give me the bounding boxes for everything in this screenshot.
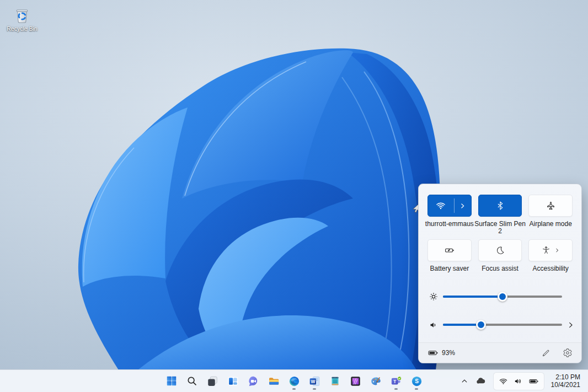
brightness-slider-fill: [443, 296, 503, 298]
bluetooth-tile[interactable]: [478, 195, 522, 217]
settings-gear-icon[interactable]: [563, 348, 573, 358]
svg-text:S: S: [415, 378, 419, 384]
moon-icon: [495, 245, 505, 255]
bluetooth-icon: [495, 201, 505, 211]
battery-icon: [427, 347, 439, 358]
brightness-slider-thumb[interactable]: [498, 292, 507, 302]
battery-percent-label: 93%: [442, 349, 455, 357]
running-indicator: [292, 388, 296, 390]
svg-text:T: T: [393, 379, 396, 384]
chat-button[interactable]: [244, 372, 263, 390]
task-view-button[interactable]: [203, 372, 222, 390]
focus-assist-tile-label: Focus assist: [473, 265, 527, 280]
speaker-icon: [514, 377, 523, 386]
teams-button[interactable]: T: [387, 372, 405, 390]
volume-icon: [427, 320, 440, 330]
battery-icon: [528, 376, 539, 386]
taskbar-app-icons: W: [162, 370, 426, 392]
taskbar: W: [0, 369, 588, 392]
search-button[interactable]: [183, 372, 201, 390]
brightness-icon: [427, 291, 440, 302]
recycle-bin[interactable]: Recycle Bin: [2, 4, 42, 32]
wifi-icon: [428, 200, 454, 211]
running-indicator: [415, 388, 418, 390]
word-button[interactable]: W: [305, 372, 324, 390]
svg-text:W: W: [311, 379, 315, 384]
recycle-bin-icon: [12, 4, 32, 24]
running-indicator: [394, 388, 398, 390]
accessibility-tile-label: Accessibility: [523, 265, 578, 280]
volume-slider[interactable]: [443, 324, 562, 326]
quick-settings-tile-grid: thurrott-emmaus Surface Slim Pen 2: [419, 184, 581, 280]
widgets-button[interactable]: [223, 372, 242, 390]
quick-settings-footer: 93%: [419, 342, 581, 363]
affinity-photo-button[interactable]: [346, 372, 365, 390]
wifi-expand-chevron[interactable]: [455, 202, 471, 210]
focus-assist-tile[interactable]: [478, 239, 522, 261]
edit-pencil-icon[interactable]: [541, 348, 550, 358]
tray-date: 10/4/2021: [551, 381, 580, 389]
battery-status[interactable]: 93%: [427, 347, 455, 358]
clock[interactable]: 2:10 PM 10/4/2021: [551, 373, 580, 389]
accessibility-expand-chevron: [554, 248, 560, 253]
recycle-bin-label: Recycle Bin: [7, 25, 37, 32]
brightness-row: [427, 288, 573, 305]
notepad-button[interactable]: [325, 372, 344, 390]
tray-time: 2:10 PM: [555, 373, 580, 381]
tray-overflow-chevron-up-icon[interactable]: [457, 372, 472, 390]
file-explorer-button[interactable]: [264, 372, 283, 390]
wifi-tile[interactable]: [427, 195, 472, 217]
battery-saver-tile[interactable]: [427, 239, 472, 261]
onedrive-cloud-icon[interactable]: [472, 372, 490, 390]
paint-button[interactable]: [366, 372, 385, 390]
accessibility-tile[interactable]: [528, 239, 573, 261]
start-button[interactable]: [162, 372, 181, 390]
system-tray: 2:10 PM 10/4/2021: [457, 370, 586, 392]
volume-slider-thumb[interactable]: [476, 320, 486, 330]
running-indicator: [313, 388, 316, 390]
battery-saver-icon: [444, 245, 455, 256]
volume-slider-fill: [443, 324, 481, 326]
airplane-mode-tile-label: Airplane mode: [523, 221, 578, 235]
brightness-slider[interactable]: [443, 296, 562, 298]
volume-row: [427, 316, 573, 334]
airplane-icon: [546, 201, 556, 211]
volume-expand-chevron[interactable]: [566, 321, 575, 329]
desktop: Recycle Bin: [0, 0, 588, 392]
tray-network-volume-battery-group[interactable]: [493, 372, 544, 390]
battery-saver-tile-label: Battery saver: [423, 265, 477, 280]
wifi-tile-label: thurrott-emmaus: [423, 221, 477, 235]
accessibility-icon: [541, 245, 551, 255]
airplane-mode-tile[interactable]: [528, 195, 573, 217]
quick-settings-panel: thurrott-emmaus Surface Slim Pen 2: [418, 184, 582, 363]
wifi-icon: [499, 377, 508, 386]
edge-button[interactable]: [285, 372, 303, 390]
skype-button[interactable]: S: [407, 372, 426, 390]
bluetooth-tile-label: Surface Slim Pen 2: [473, 221, 527, 235]
